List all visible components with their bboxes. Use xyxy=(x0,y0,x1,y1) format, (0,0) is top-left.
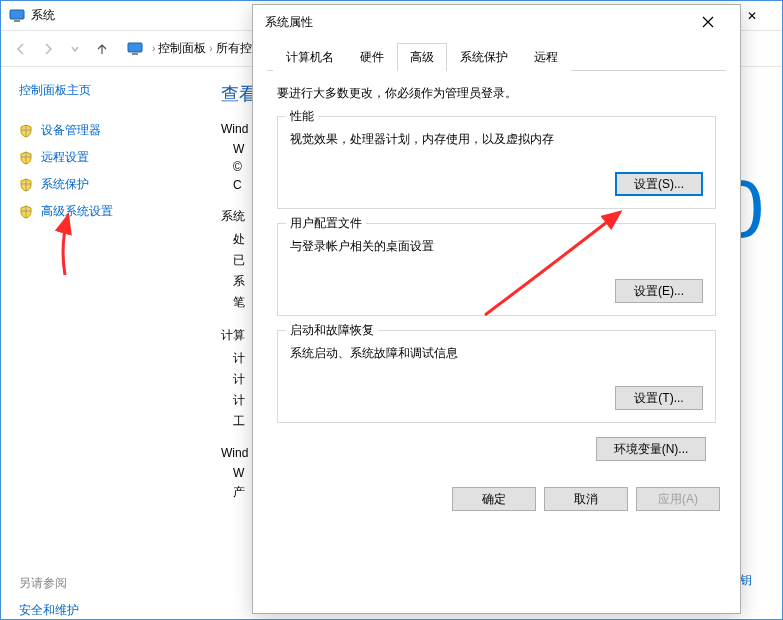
tab-advanced[interactable]: 高级 xyxy=(397,43,447,71)
sidebar-item-label: 设备管理器 xyxy=(41,122,101,139)
chevron-right-icon[interactable]: › xyxy=(152,43,155,54)
sidebar-item-label: 系统保护 xyxy=(41,176,89,193)
shield-icon xyxy=(19,205,33,219)
user-profiles-settings-button[interactable]: 设置(E)... xyxy=(615,279,703,303)
sidebar-item-system-protection[interactable]: 系统保护 xyxy=(19,171,183,198)
performance-settings-button[interactable]: 设置(S)... xyxy=(615,172,703,196)
back-button[interactable] xyxy=(9,37,33,61)
computer-icon xyxy=(127,41,143,57)
tab-computer-name[interactable]: 计算机名 xyxy=(273,43,347,71)
tab-system-protection[interactable]: 系统保护 xyxy=(447,43,521,71)
group-title: 性能 xyxy=(286,108,318,125)
group-description: 与登录帐户相关的桌面设置 xyxy=(290,238,703,255)
close-icon xyxy=(702,16,714,28)
svg-rect-2 xyxy=(128,43,142,52)
svg-rect-0 xyxy=(10,10,24,19)
tab-strip: 计算机名 硬件 高级 系统保护 远程 xyxy=(267,43,726,71)
group-title: 用户配置文件 xyxy=(286,215,366,232)
dialog-title: 系统属性 xyxy=(265,14,313,31)
group-description: 系统启动、系统故障和调试信息 xyxy=(290,345,703,362)
apply-button[interactable]: 应用(A) xyxy=(636,487,720,511)
forward-button[interactable] xyxy=(36,37,60,61)
security-maintenance-link[interactable]: 安全和维护 xyxy=(19,603,79,617)
tab-hardware[interactable]: 硬件 xyxy=(347,43,397,71)
breadcrumb-item[interactable]: 控制面板 xyxy=(158,40,206,57)
computer-icon xyxy=(9,8,25,24)
sidebar-item-device-manager[interactable]: 设备管理器 xyxy=(19,117,183,144)
system-properties-dialog: 系统属性 计算机名 硬件 高级 系统保护 远程 要进行大多数更改，你必须作为管理… xyxy=(252,4,741,614)
chevron-right-icon[interactable]: › xyxy=(209,43,212,54)
sidebar: 控制面板主页 设备管理器 远程设置 系统保护 高级系统设置 另请参阅 安全和维护 xyxy=(1,68,201,619)
up-button[interactable] xyxy=(90,37,114,61)
dialog-body: 计算机名 硬件 高级 系统保护 远程 要进行大多数更改，你必须作为管理员登录。 … xyxy=(253,39,740,525)
sidebar-item-label: 高级系统设置 xyxy=(41,203,113,220)
dialog-close-button[interactable] xyxy=(688,7,728,37)
window-title: 系统 xyxy=(31,7,55,24)
sidebar-item-advanced-settings[interactable]: 高级系统设置 xyxy=(19,198,183,225)
tab-content-advanced: 要进行大多数更改，你必须作为管理员登录。 性能 视觉效果，处理器计划，内存使用，… xyxy=(267,71,726,481)
startup-recovery-settings-button[interactable]: 设置(T)... xyxy=(615,386,703,410)
group-description: 视觉效果，处理器计划，内存使用，以及虚拟内存 xyxy=(290,131,703,148)
sidebar-item-label: 远程设置 xyxy=(41,149,89,166)
cancel-button[interactable]: 取消 xyxy=(544,487,628,511)
user-profiles-group: 用户配置文件 与登录帐户相关的桌面设置 设置(E)... xyxy=(277,223,716,316)
dialog-titlebar[interactable]: 系统属性 xyxy=(253,5,740,39)
svg-rect-3 xyxy=(132,53,138,55)
svg-rect-1 xyxy=(14,20,20,22)
ok-button[interactable]: 确定 xyxy=(452,487,536,511)
startup-recovery-group: 启动和故障恢复 系统启动、系统故障和调试信息 设置(T)... xyxy=(277,330,716,423)
shield-icon xyxy=(19,124,33,138)
tab-remote[interactable]: 远程 xyxy=(521,43,571,71)
recent-dropdown[interactable] xyxy=(63,37,87,61)
admin-note: 要进行大多数更改，你必须作为管理员登录。 xyxy=(277,85,716,102)
dialog-button-row: 确定 取消 应用(A) xyxy=(267,487,726,511)
control-panel-home-link[interactable]: 控制面板主页 xyxy=(19,82,183,99)
see-also-heading: 另请参阅 xyxy=(19,575,183,592)
sidebar-item-remote-settings[interactable]: 远程设置 xyxy=(19,144,183,171)
shield-icon xyxy=(19,178,33,192)
shield-icon xyxy=(19,151,33,165)
group-title: 启动和故障恢复 xyxy=(286,322,378,339)
performance-group: 性能 视觉效果，处理器计划，内存使用，以及虚拟内存 设置(S)... xyxy=(277,116,716,209)
environment-variables-button[interactable]: 环境变量(N)... xyxy=(596,437,706,461)
